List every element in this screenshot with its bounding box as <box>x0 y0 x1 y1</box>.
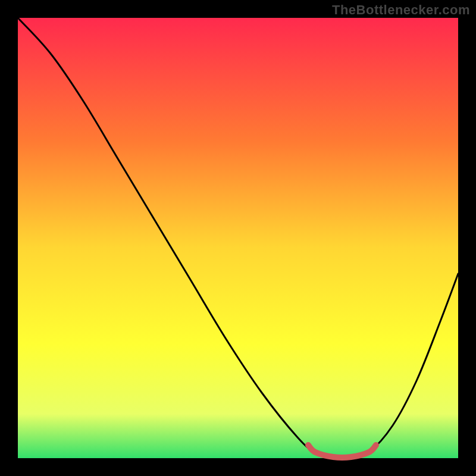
bottleneck-chart <box>0 0 476 476</box>
gradient-plot-area <box>18 18 458 458</box>
watermark-text: TheBottlenecker.com <box>332 2 470 18</box>
chart-frame: { "watermark": "TheBottlenecker.com", "c… <box>0 0 476 476</box>
